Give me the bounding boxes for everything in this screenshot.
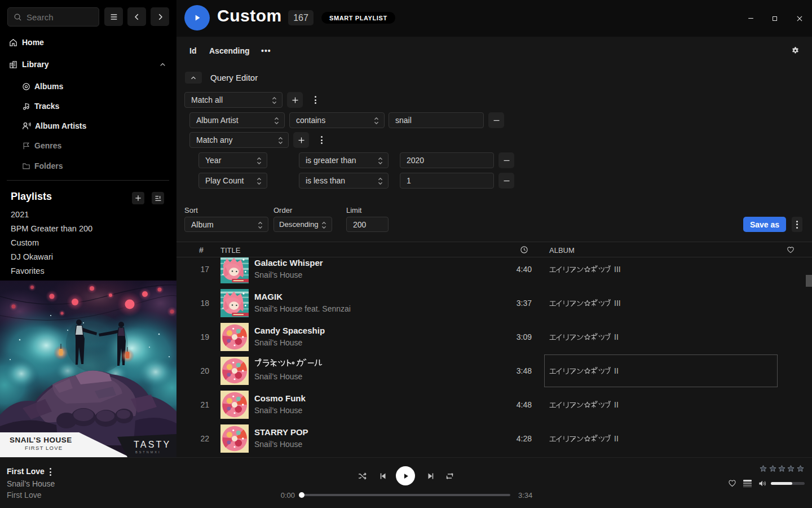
- svg-text:SNAIL’S HOUSE: SNAIL’S HOUSE: [10, 436, 72, 444]
- svg-text:BSTNMXI: BSTNMXI: [135, 450, 161, 454]
- svg-text:FIRST LOVE: FIRST LOVE: [25, 445, 63, 451]
- svg-text:TASTY: TASTY: [134, 440, 171, 449]
